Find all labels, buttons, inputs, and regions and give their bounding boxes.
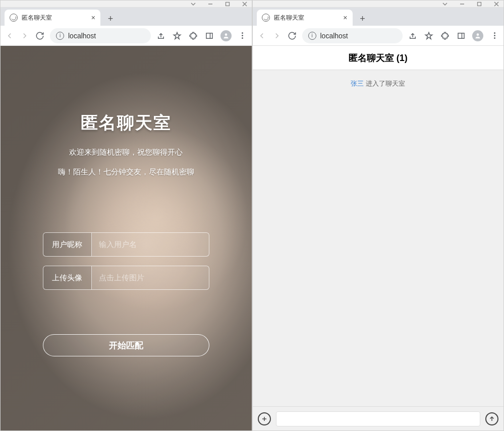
login-form: 用户昵称 输入用户名 上传头像 点击上传图片	[43, 232, 209, 299]
tab-title: 匿名聊天室	[22, 14, 87, 22]
tab-strip: 匿名聊天室 × +	[1, 8, 252, 26]
avatar-label: 上传头像	[43, 266, 92, 289]
forward-button[interactable]	[272, 31, 282, 41]
address-bar[interactable]: i localhost	[302, 28, 403, 43]
send-button[interactable]	[485, 412, 498, 425]
browser-tab[interactable]: 匿名聊天室 ×	[257, 10, 353, 26]
window-dropdown-icon[interactable]	[190, 1, 196, 7]
window-maximize-icon[interactable]	[476, 1, 482, 7]
window-close-icon[interactable]	[493, 1, 499, 7]
svg-point-4	[225, 33, 227, 36]
menu-icon[interactable]	[489, 31, 499, 41]
window-minimize-icon[interactable]	[459, 1, 465, 7]
star-icon[interactable]	[424, 31, 434, 41]
subtitle-2: 嗨！陌生人！七分钟交友，尽在随机密聊	[58, 167, 194, 177]
window-close-icon[interactable]	[242, 1, 248, 7]
extensions-icon[interactable]	[440, 31, 450, 41]
tab-strip: 匿名聊天室 × +	[253, 8, 504, 26]
back-button[interactable]	[257, 31, 267, 41]
star-icon[interactable]	[172, 31, 182, 41]
reload-button[interactable]	[35, 31, 45, 41]
system-message-action: 进入了聊天室	[364, 80, 405, 87]
new-tab-button[interactable]: +	[103, 12, 118, 26]
subtitle-1: 欢迎来到随机密聊，祝您聊得开心	[69, 148, 183, 157]
browser-tab[interactable]: 匿名聊天室 ×	[5, 10, 100, 26]
chat-input-bar	[253, 406, 504, 430]
svg-rect-6	[478, 2, 481, 6]
tab-close-icon[interactable]: ×	[91, 14, 95, 22]
profile-icon[interactable]	[220, 30, 232, 41]
window-titlebar	[1, 1, 252, 8]
extensions-icon[interactable]	[188, 31, 198, 41]
window-minimize-icon[interactable]	[207, 1, 213, 7]
page-viewport-left: 匿名聊天室 欢迎来到随机密聊，祝您聊得开心 嗨！陌生人！七分钟交友，尽在随机密聊…	[1, 46, 252, 430]
nickname-label: 用户昵称	[43, 233, 92, 256]
info-icon: i	[56, 32, 64, 40]
url-text: localhost	[68, 32, 96, 40]
globe-icon	[262, 14, 270, 22]
attach-button[interactable]	[258, 412, 271, 425]
tab-title: 匿名聊天室	[274, 14, 340, 22]
forward-button[interactable]	[20, 31, 30, 41]
svg-point-9	[477, 33, 479, 36]
browser-toolbar: i localhost	[253, 26, 504, 46]
avatar-upload[interactable]: 点击上传图片	[92, 266, 209, 289]
window-titlebar	[253, 1, 504, 8]
page-viewport-right: 匿名聊天室 (1) 张三 进入了聊天室	[253, 46, 504, 430]
svg-rect-2	[206, 33, 212, 38]
start-match-label: 开始匹配	[109, 340, 143, 351]
back-button[interactable]	[5, 31, 15, 41]
nickname-row: 用户昵称 输入用户名	[43, 232, 209, 257]
browser-window-right: 匿名聊天室 × + i localhost 匿名聊天室 (1) 张三 进入了聊天…	[252, 0, 505, 431]
message-input[interactable]	[276, 411, 481, 426]
share-icon[interactable]	[408, 31, 418, 41]
new-tab-button[interactable]: +	[356, 12, 370, 26]
chat-header: 匿名聊天室 (1)	[253, 46, 504, 70]
browser-window-left: 匿名聊天室 × + i localhost 匿名聊天室 欢迎来到随机密聊，祝您聊…	[0, 0, 252, 431]
page-title: 匿名聊天室	[81, 111, 172, 135]
window-dropdown-icon[interactable]	[442, 1, 448, 7]
info-icon: i	[308, 32, 316, 40]
start-match-button[interactable]: 开始匹配	[43, 334, 209, 356]
window-maximize-icon[interactable]	[225, 1, 231, 7]
sidepanel-icon[interactable]	[456, 31, 466, 41]
avatar-row: 上传头像 点击上传图片	[43, 266, 209, 290]
url-text: localhost	[320, 32, 348, 40]
globe-icon	[10, 14, 18, 22]
system-message: 张三 进入了聊天室	[253, 79, 504, 88]
share-icon[interactable]	[156, 31, 166, 41]
login-page: 匿名聊天室 欢迎来到随机密聊，祝您聊得开心 嗨！陌生人！七分钟交友，尽在随机密聊…	[1, 46, 252, 430]
svg-rect-7	[458, 33, 464, 38]
browser-toolbar: i localhost	[1, 26, 252, 46]
sidepanel-icon[interactable]	[204, 31, 214, 41]
profile-icon[interactable]	[472, 30, 483, 41]
chat-body: 张三 进入了聊天室	[253, 70, 504, 406]
svg-rect-1	[226, 2, 229, 6]
tab-close-icon[interactable]: ×	[343, 14, 347, 22]
system-message-user: 张三	[351, 80, 364, 87]
nickname-input[interactable]: 输入用户名	[92, 233, 209, 256]
address-bar[interactable]: i localhost	[50, 28, 151, 43]
reload-button[interactable]	[287, 31, 297, 41]
chat-page: 匿名聊天室 (1) 张三 进入了聊天室	[253, 46, 504, 430]
menu-icon[interactable]	[238, 31, 248, 41]
